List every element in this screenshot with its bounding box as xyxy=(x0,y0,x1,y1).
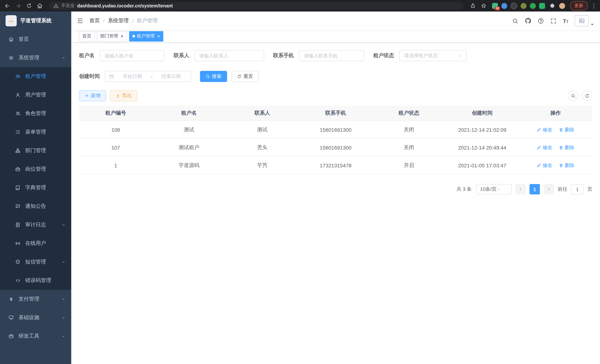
extension-icon[interactable]: 10 xyxy=(492,3,498,9)
address-bar[interactable]: 不安全 dashboard.yudao.iocoder.cn/system/te… xyxy=(49,2,463,10)
tab-home[interactable]: 首页 xyxy=(79,31,95,41)
edit-link[interactable]: 修改 xyxy=(536,126,552,133)
bookmark-star-icon[interactable] xyxy=(480,2,487,9)
sidebar-item-payment[interactable]: ¥ 支付管理 xyxy=(0,290,71,308)
column-header: 联系人 xyxy=(225,106,299,121)
app-logo[interactable]: 芋道管理系统 xyxy=(0,11,71,30)
sidebar-item-devtools[interactable]: 研发工具 xyxy=(0,327,71,345)
menu-list-icon xyxy=(15,130,21,135)
table-toolbar: 新增 导出 xyxy=(79,90,592,101)
sidebar-item-notice[interactable]: 通知公告 xyxy=(0,197,71,215)
column-header: 租户状态 xyxy=(372,106,446,121)
fullscreen-icon[interactable] xyxy=(550,18,556,24)
extension-icon[interactable] xyxy=(539,3,545,9)
toggle-search-button[interactable] xyxy=(568,91,578,101)
reload-icon[interactable] xyxy=(25,2,33,9)
filter-create-time: 创建时间 开始日期 - 结束日期 xyxy=(79,71,191,82)
prev-page-button[interactable] xyxy=(516,184,526,195)
contact-input[interactable] xyxy=(194,50,264,61)
sidebar-item-error-code[interactable]: 错误码管理 xyxy=(0,271,71,290)
chevron-down-icon xyxy=(590,23,594,26)
sidebar-item-online-user[interactable]: 在线用户 xyxy=(0,234,71,253)
sidebar-item-home[interactable]: 首页 xyxy=(0,30,71,49)
active-tab-dot xyxy=(132,35,135,37)
app-title: 芋道管理系统 xyxy=(20,18,52,24)
forward-icon[interactable] xyxy=(14,2,22,9)
breadcrumb-home[interactable]: 首页 xyxy=(89,18,100,24)
page-size-select[interactable]: 10条/页 xyxy=(476,184,512,195)
sidebar-item-tenant[interactable]: 租户管理 xyxy=(0,67,71,86)
github-icon[interactable] xyxy=(525,18,531,24)
sidebar-item-user[interactable]: 用户管理 xyxy=(0,86,71,104)
reset-button[interactable]: 重置 xyxy=(232,71,259,82)
add-button[interactable]: 新增 xyxy=(79,90,106,101)
phone-input[interactable] xyxy=(299,50,364,61)
extension-icon[interactable] xyxy=(501,3,507,9)
extension-icon[interactable] xyxy=(521,3,526,9)
font-size-icon[interactable]: TT xyxy=(563,18,568,24)
sidebar-item-menu[interactable]: 菜单管理 xyxy=(0,123,71,141)
toolbar-right xyxy=(568,91,592,101)
status-select[interactable]: 请选择租户状态 xyxy=(399,50,466,61)
menu-dots-icon[interactable]: ⋮ xyxy=(591,2,596,9)
goto-page-input[interactable] xyxy=(571,184,584,195)
sidebar-item-infra[interactable]: 基础设施 xyxy=(0,308,71,327)
cell-created: 2021-12-14 20:49:44 xyxy=(446,139,519,156)
cell-phone: 15601691300 xyxy=(299,121,372,139)
top-navbar: 首页 / 系统管理 / 租户管理 xyxy=(71,11,600,30)
gear-icon xyxy=(8,55,14,60)
cell-operations: 修改 删除 xyxy=(519,139,592,156)
column-header: 联系手机 xyxy=(299,106,372,121)
phone-label: 联系手机 xyxy=(273,52,294,59)
close-icon[interactable]: × xyxy=(157,34,160,38)
app-window: 芋道管理系统 首页 系统管理 租户管理 用户管理 xyxy=(0,11,600,364)
tab-tenant[interactable]: 租户管理 × xyxy=(129,31,163,41)
share-icon[interactable] xyxy=(469,2,477,9)
next-page-button[interactable] xyxy=(544,184,554,195)
tab-dept[interactable]: 部门管理 × xyxy=(97,31,127,41)
page-number-button[interactable]: 1 xyxy=(529,184,540,195)
help-icon[interactable] xyxy=(537,18,544,24)
code-icon xyxy=(15,278,21,283)
home-icon xyxy=(8,37,14,42)
refresh-button[interactable] xyxy=(582,91,592,101)
cell-tenant-name: 测试租户 xyxy=(152,139,225,156)
chat-bubble-icon xyxy=(15,204,21,209)
date-range-picker[interactable]: 开始日期 - 结束日期 xyxy=(105,71,191,82)
sidebar-item-sms[interactable]: 短信管理 xyxy=(0,253,71,271)
delete-link[interactable]: 删除 xyxy=(559,144,574,151)
search-button[interactable]: 搜索 xyxy=(200,71,227,82)
home-icon[interactable] xyxy=(36,2,43,9)
close-icon[interactable]: × xyxy=(121,34,123,38)
cell-created: 2021-12-14 21:02:09 xyxy=(446,121,519,139)
user-avatar-menu[interactable] xyxy=(575,15,594,26)
update-button[interactable]: 更新 xyxy=(570,1,588,10)
search-icon[interactable] xyxy=(512,18,518,24)
extension-icon[interactable] xyxy=(530,3,536,9)
signal-icon xyxy=(15,241,21,246)
breadcrumb-section[interactable]: 系统管理 xyxy=(108,18,129,24)
chevron-down-icon xyxy=(62,316,65,319)
logo-image xyxy=(6,15,17,26)
sidebar-item-audit-log[interactable]: 审计日志 xyxy=(0,215,71,234)
extensions-puzzle-icon[interactable] xyxy=(548,2,556,9)
calendar-icon xyxy=(109,74,114,79)
edit-link[interactable]: 修改 xyxy=(536,162,552,169)
sidebar-item-post[interactable]: 岗位管理 xyxy=(0,160,71,178)
export-button[interactable]: 导出 xyxy=(110,90,137,101)
sidebar-item-system[interactable]: 系统管理 xyxy=(0,49,71,67)
sidebar-item-dept[interactable]: 部门管理 xyxy=(0,141,71,160)
sidebar-item-dict[interactable]: 字典管理 xyxy=(0,178,71,197)
browser-profile-avatar[interactable] xyxy=(559,3,565,9)
delete-link[interactable]: 删除 xyxy=(559,126,574,133)
tags-view: 首页 部门管理 × 租户管理 × xyxy=(71,30,600,43)
delete-link[interactable]: 删除 xyxy=(559,162,574,169)
back-icon[interactable] xyxy=(4,2,11,9)
tenant-name-input[interactable] xyxy=(100,50,165,61)
sidebar: 芋道管理系统 首页 系统管理 租户管理 用户管理 xyxy=(0,11,71,364)
extension-icon[interactable] xyxy=(511,2,517,9)
sidebar-collapse-icon[interactable] xyxy=(77,18,84,24)
sidebar-item-role[interactable]: 角色管理 xyxy=(0,104,71,123)
user-icon xyxy=(15,92,21,98)
edit-link[interactable]: 修改 xyxy=(536,144,552,151)
